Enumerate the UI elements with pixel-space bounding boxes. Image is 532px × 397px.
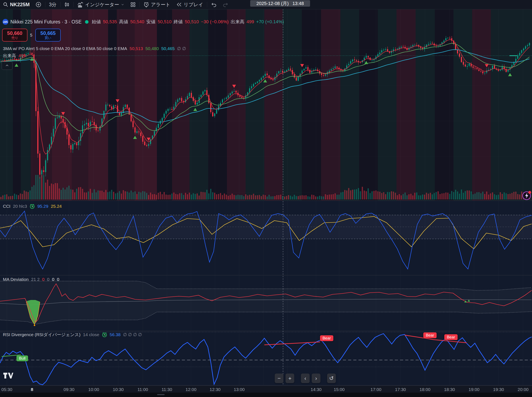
indicator-chart-icon — [77, 1, 84, 8]
interval-button[interactable]: 3分 — [46, 0, 59, 9]
high-label: 高値 — [119, 19, 128, 25]
redo-icon — [223, 2, 228, 7]
madev-params: 21 2 — [31, 277, 40, 282]
reset-view-button[interactable]: ↺ — [327, 373, 336, 383]
legend-3ma-value2: 50,480 — [145, 46, 159, 51]
interval-label: 3分 — [49, 1, 56, 8]
rsi-params: 14 close — [83, 332, 99, 337]
replay-label: リプレイ — [184, 1, 203, 8]
market-status-icon — [85, 20, 88, 24]
legend-volume-title[interactable]: 出来高 — [3, 53, 16, 59]
trading-app: NK225M 3分 インジケーター — [0, 0, 532, 397]
rewind-icon — [176, 2, 182, 7]
spread-value: 5 — [29, 33, 34, 37]
bottom-strip — [0, 393, 532, 397]
time-tick: 19:00 — [469, 387, 480, 392]
buy-button[interactable]: 50,665 買い — [35, 29, 61, 42]
legend-volume: 出来高 499 — [3, 53, 26, 59]
undo-icon — [211, 2, 217, 7]
crosshair-time: 13:48 — [292, 1, 304, 6]
madev-value4: 0 — [57, 277, 59, 282]
legend-3ma-title[interactable]: 3MA w/ PO Alert 5 close 0 EMA 20 close 0… — [3, 46, 127, 51]
bear-divergence-label: Bear — [423, 332, 437, 338]
legend-3ma-value1: 50,513 — [130, 46, 143, 51]
toolbar-separator — [60, 2, 61, 7]
flash-news-button[interactable] — [522, 190, 532, 202]
time-tick: 12:30 — [210, 387, 221, 392]
time-tick: 14:30 — [311, 387, 322, 392]
cci-value1: 95.29 — [38, 204, 48, 209]
madev-value2: 0 — [47, 277, 50, 282]
legend-collapse-button[interactable] — [2, 62, 13, 70]
cci-header: CCI 20 hlc3 95.29 25.24 — [3, 203, 62, 209]
legend-3ma: 3MA w/ PO Alert 5 close 0 EMA 20 close 0… — [3, 46, 186, 51]
cci-alert-clock-icon[interactable] — [30, 204, 35, 209]
cci-value2: 25.24 — [51, 204, 62, 209]
symbol-logo: 225 — [2, 19, 8, 25]
chart-nav-buttons: − + ‹ › ↺ — [275, 373, 336, 383]
compare-add-button[interactable] — [33, 0, 44, 9]
redo-button[interactable] — [220, 0, 231, 9]
tradingview-logo[interactable] — [2, 371, 13, 381]
madev-header: MA Deviation 21 2 0 0 0 0 — [3, 276, 59, 283]
cci-params: 20 hlc3 — [13, 204, 27, 209]
indicators-label: インジケーター — [85, 1, 119, 8]
replay-button[interactable]: リプレイ — [173, 0, 206, 9]
layout-grid-button[interactable] — [127, 0, 139, 9]
scrollbar-nub[interactable] — [157, 394, 165, 395]
time-axis[interactable]: 05:30809:3010:0010:3011:0011:3012:0012:3… — [0, 385, 532, 393]
legend-volume-value: 499 — [19, 53, 26, 58]
scroll-left-button[interactable]: ‹ — [301, 373, 310, 383]
cci-title[interactable]: CCI — [3, 204, 10, 209]
time-tick: 17:30 — [395, 387, 406, 392]
pane-separator[interactable] — [0, 275, 532, 276]
crosshair-date: 2025-12-08 (月) — [257, 0, 289, 7]
time-tick: 17:00 — [370, 387, 382, 392]
pane-separator[interactable] — [0, 200, 532, 201]
rsi-alert-clock-icon[interactable] — [102, 332, 107, 337]
time-tick: 12:00 — [186, 387, 197, 392]
madev-value3: 0 — [52, 277, 54, 282]
time-tick: 8 — [31, 387, 33, 392]
close-label: 終値 — [174, 19, 183, 25]
alert-button[interactable]: アラート — [140, 0, 173, 9]
sell-button[interactable]: 50,660 売り — [2, 29, 27, 42]
symbol-search-button[interactable]: NK225M — [0, 0, 33, 9]
legend-3ma-empty-values: ∅ ∅ — [177, 46, 186, 51]
chevron-up-icon — [5, 63, 9, 68]
rsi-title[interactable]: RSI Divergence (RSIダイバージェンス) — [3, 332, 81, 338]
symbol-name: NK225M — [10, 2, 30, 7]
time-tick: 09:30 — [64, 387, 75, 392]
legend-3ma-value3: 50,465 — [161, 46, 175, 51]
scroll-right-button[interactable]: › — [312, 373, 320, 383]
zoom-in-button[interactable]: + — [286, 373, 294, 383]
time-tick: 05:30 — [1, 387, 13, 392]
sell-price: 50,660 — [7, 30, 22, 36]
rsi-value1: 56.38 — [110, 332, 121, 337]
sell-label: 売り — [12, 36, 18, 40]
time-tick: 11:30 — [162, 387, 172, 392]
candles-icon — [64, 2, 70, 7]
crosshair-time-badge: 2025-12-08 (月) 13:48 — [250, 0, 310, 7]
undo-button[interactable] — [208, 0, 220, 9]
volume-label: 出来高 — [231, 19, 244, 25]
high-value: 50,540 — [130, 19, 144, 25]
symbol-title[interactable]: Nikkei 225 Mini Futures · 3 · OSE — [10, 19, 82, 25]
time-tick: 10:30 — [113, 387, 124, 392]
indicators-button[interactable]: インジケーター — [74, 0, 128, 9]
time-tick: 18:00 — [419, 387, 431, 392]
madev-title[interactable]: MA Deviation — [3, 277, 29, 282]
change-value: −30 (−0.06%) — [201, 19, 229, 25]
time-tick: 18:30 — [444, 387, 455, 392]
open-value: 50,535 — [103, 19, 117, 25]
zoom-out-button[interactable]: − — [275, 373, 283, 383]
buy-label: 買い — [45, 36, 51, 40]
low-value: 50,510 — [157, 19, 171, 25]
low-label: 安値 — [146, 19, 156, 25]
alarm-clock-icon — [143, 2, 149, 7]
rsi-header: RSI Divergence (RSIダイバージェンス) 14 close 56… — [3, 332, 142, 338]
pane-separator[interactable] — [0, 330, 532, 332]
chart-style-button[interactable] — [61, 0, 73, 9]
open-label: 始値 — [92, 19, 101, 25]
alert-label: アラート — [151, 1, 170, 8]
